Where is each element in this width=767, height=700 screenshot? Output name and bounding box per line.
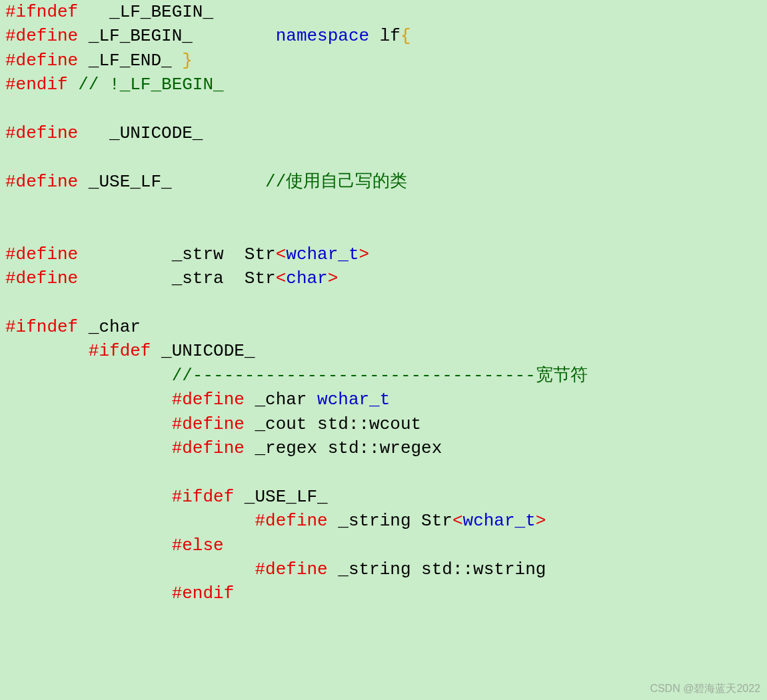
preproc-keyword: #define — [5, 26, 78, 46]
code-text: _LF_BEGIN_ — [78, 26, 275, 46]
angle-close: > — [536, 511, 546, 531]
preproc-keyword: #define — [172, 414, 245, 434]
preproc-keyword: #define — [172, 390, 245, 410]
type-name: char — [286, 268, 327, 288]
code-line: #define _strw Str<wchar_t> — [5, 244, 369, 264]
preproc-keyword: #define — [5, 172, 78, 192]
preproc-keyword: #ifdef — [172, 487, 235, 507]
code-line: #else — [5, 535, 224, 555]
preproc-keyword: #define — [5, 244, 78, 264]
keyword-namespace: namespace — [276, 26, 369, 46]
type-name: wchar_t — [317, 390, 390, 410]
angle-open: < — [276, 244, 287, 264]
code-line: #define _char wchar_t — [5, 390, 390, 410]
code-line: #define _LF_BEGIN_ namespace lf{ — [5, 26, 411, 46]
code-line: //---------------------------------宽节符 — [5, 366, 588, 386]
indent — [5, 535, 172, 555]
comment: //使用自己写的类 — [265, 172, 407, 192]
preproc-keyword: #ifndef — [5, 2, 78, 22]
preproc-keyword: #ifndef — [5, 317, 78, 337]
indent — [5, 511, 255, 531]
code-text: _stra Str — [78, 268, 275, 288]
indent — [5, 438, 172, 458]
indent — [5, 366, 172, 386]
angle-open: < — [452, 511, 463, 531]
code-line: #endif // !_LF_BEGIN_ — [5, 75, 224, 95]
type-name: wchar_t — [286, 244, 359, 264]
indent — [5, 341, 89, 361]
preproc-keyword: #define — [255, 511, 327, 531]
indent — [5, 583, 172, 603]
code-line: #define _string Str<wchar_t> — [5, 511, 546, 531]
code-line: #define _stra Str<char> — [5, 268, 338, 288]
code-line: #define _cout std::wcout — [5, 414, 421, 434]
preproc-keyword: #define — [5, 123, 78, 143]
code-text: _USE_LF_ — [78, 172, 265, 192]
comment: //---------------------------------宽节符 — [172, 366, 588, 386]
code-block: #ifndef _LF_BEGIN_ #define _LF_BEGIN_ na… — [0, 0, 767, 606]
preproc-keyword: #define — [5, 268, 78, 288]
code-line: #define _string std::wstring — [5, 559, 546, 579]
indent — [5, 487, 172, 507]
code-line: #define _USE_LF_ //使用自己写的类 — [5, 172, 407, 192]
code-line: #ifdef _UNICODE_ — [5, 341, 255, 361]
macro-name: _LF_BEGIN_ — [78, 2, 213, 22]
code-text: _char — [245, 390, 317, 410]
brace-close: } — [182, 51, 193, 71]
watermark: CSDN @碧海蓝天2022 — [650, 681, 760, 696]
code-text: _string Str — [328, 511, 452, 531]
indent — [5, 390, 172, 410]
code-line: #ifndef _LF_BEGIN_ — [5, 2, 213, 22]
preproc-keyword: #else — [172, 535, 224, 555]
code-line: #ifdef _USE_LF_ — [5, 487, 328, 507]
indent — [5, 414, 172, 434]
code-line: #define _UNICODE_ — [5, 123, 203, 143]
indent — [5, 559, 255, 579]
preproc-keyword: #define — [172, 438, 245, 458]
preproc-keyword: #define — [255, 559, 327, 579]
code-text: _strw Str — [78, 244, 275, 264]
code-text: _UNICODE_ — [151, 341, 255, 361]
code-text: _USE_LF_ — [234, 487, 327, 507]
code-text: _char — [78, 317, 141, 337]
angle-close: > — [359, 244, 370, 264]
comment: // !_LF_BEGIN_ — [68, 75, 224, 95]
preproc-keyword: #endif — [172, 583, 235, 603]
preproc-keyword: #ifdef — [89, 341, 151, 361]
preproc-keyword: #define — [5, 51, 78, 71]
code-line: #ifndef _char — [5, 317, 141, 337]
code-line: #endif — [5, 583, 234, 603]
angle-close: > — [328, 268, 339, 288]
code-text: _regex std::wregex — [245, 438, 442, 458]
code-text: _LF_END_ — [78, 51, 182, 71]
code-line: #define _regex std::wregex — [5, 438, 442, 458]
preproc-keyword: #endif — [5, 75, 68, 95]
code-line: #define _LF_END_ } — [5, 51, 193, 71]
brace-open: { — [400, 26, 411, 46]
code-text: _cout std::wcout — [245, 414, 421, 434]
type-name: wchar_t — [463, 511, 536, 531]
code-text: lf — [369, 26, 400, 46]
code-text: _string std::wstring — [328, 559, 546, 579]
code-text: _UNICODE_ — [78, 123, 203, 143]
angle-open: < — [276, 268, 287, 288]
